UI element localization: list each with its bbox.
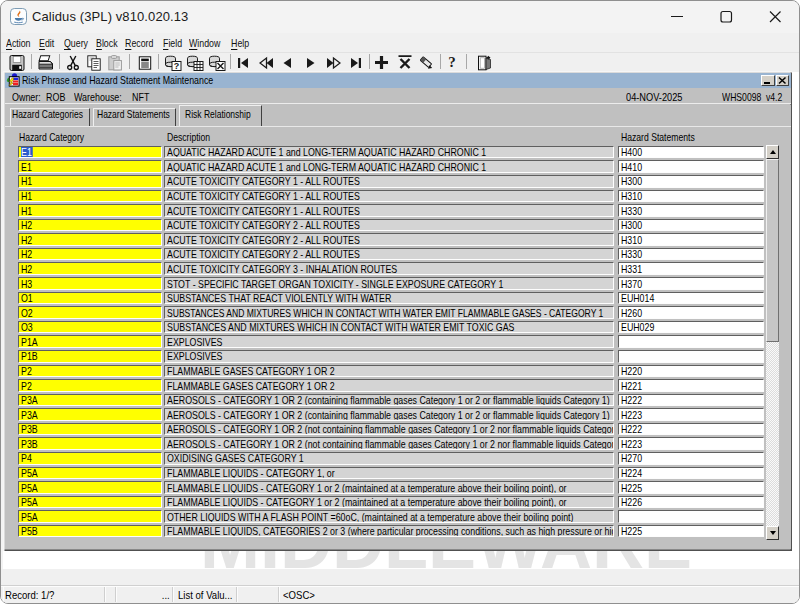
svg-text:?: ? bbox=[448, 54, 456, 70]
svg-text:?: ? bbox=[174, 61, 180, 71]
